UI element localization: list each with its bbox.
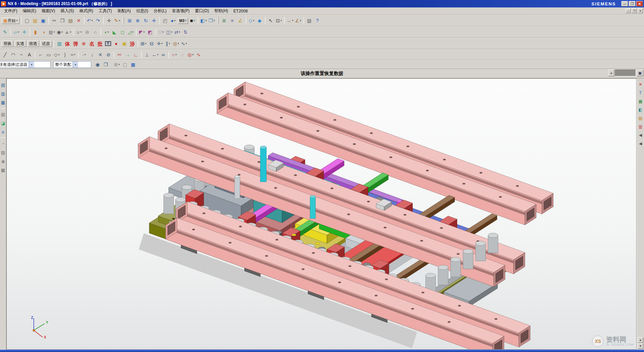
visible-layers-button[interactable]: ≡ (229, 17, 236, 24)
start-menu-button[interactable]: ▦开始▾ (1, 18, 20, 24)
ellipse-button[interactable]: ◌ (179, 51, 186, 58)
block-button[interactable]: ▦▾ (48, 28, 55, 36)
new-file-button[interactable]: ▢ (23, 17, 31, 24)
part-navigator-tab[interactable]: ▦ (0, 99, 6, 106)
vertical-scrollbar[interactable]: ▲ ▼ (638, 337, 643, 349)
dropdown-arrow-icon[interactable]: ▾ (213, 19, 215, 22)
class-selection-button[interactable]: ⊡▾ (275, 17, 283, 24)
render-scene-button[interactable]: ▨ (638, 115, 644, 121)
trim-body-button[interactable]: ◤▾ (138, 28, 146, 36)
face-translucency-button[interactable]: 面透 (27, 41, 39, 47)
unite-button[interactable]: ∪▾ (75, 28, 83, 36)
dropdown-arrow-icon[interactable]: ▾ (119, 19, 120, 22)
clearance-analysis-button[interactable]: ◎▾ (172, 40, 180, 47)
dropdown-arrow-icon[interactable]: ▾ (169, 42, 170, 45)
dropdown-arrow-icon[interactable]: ▾ (175, 53, 177, 56)
toolbar-grip[interactable] (217, 17, 218, 24)
open-file-button[interactable]: ▨ (31, 17, 39, 24)
polygon-button[interactable]: ◇▾ (53, 51, 60, 58)
dropdown-arrow-icon[interactable]: ▾ (300, 19, 301, 22)
hole-button[interactable]: ◉▾ (56, 28, 63, 36)
circle-button[interactable]: ○▾ (171, 51, 178, 58)
measure-angle-button[interactable]: ∠▾ (294, 17, 302, 24)
shell-button[interactable]: ◻ (119, 28, 126, 36)
assembly-sequence-button[interactable]: ⊟ (148, 40, 155, 47)
auto-dimension-button[interactable]: ↔▾ (151, 51, 159, 58)
quick-trim-button[interactable]: ✂ (116, 51, 123, 58)
graphics-viewport[interactable]: Z Y X XS 资料网 ZL.XS1616.COM (6, 78, 637, 350)
body-toggle-button[interactable]: 体 (64, 40, 71, 47)
scroll-up-button[interactable]: ▲ (638, 337, 643, 343)
help-button[interactable]: ? (314, 17, 321, 24)
dropdown-arrow-icon[interactable]: ▾ (144, 31, 145, 33)
menu-insert[interactable]: 插入(S) (58, 7, 77, 15)
sketch-button[interactable]: ✎ (1, 28, 9, 36)
dropdown-arrow-icon[interactable]: ▾ (185, 19, 186, 22)
wcs-dynamics-button[interactable]: ∠ (237, 17, 244, 24)
object-info-button[interactable]: ▧ (306, 17, 313, 24)
menu-information[interactable]: 信息(I) (133, 7, 151, 15)
datum-plane-button[interactable]: ▱▾ (12, 28, 20, 36)
taskbar-sliver[interactable] (0, 350, 644, 352)
undo-button[interactable]: ↶▾ (86, 17, 94, 24)
target-point-button[interactable]: ⊕ (80, 40, 87, 47)
line-button[interactable]: ╱ (1, 51, 9, 58)
highlight-toggle-button[interactable]: ▦ (129, 61, 137, 68)
pan-view-button[interactable]: ✛ (150, 17, 158, 24)
dropdown-arrow-icon[interactable]: ▾ (18, 31, 19, 33)
subtract-button[interactable]: ⊖ (83, 28, 91, 36)
window-layout-button[interactable]: ❒▾ (208, 17, 215, 24)
doc-minimize-button[interactable]: — (625, 8, 631, 13)
point-dialog-button[interactable]: ◆ (256, 17, 263, 24)
spring-toggle-button[interactable]: 弹 (72, 40, 79, 47)
spline-button[interactable]: ~ (18, 51, 25, 58)
mirror-feature-button[interactable]: ◫▾ (165, 28, 173, 36)
dropdown-arrow-icon[interactable]: ▾ (194, 19, 195, 22)
selection-box-button[interactable]: ▢ (121, 61, 129, 68)
orient-view-button[interactable]: ◧▾ (200, 17, 207, 24)
menu-help[interactable]: 帮助(H) (212, 7, 231, 15)
title-bar[interactable]: ◆ NX 6 - Modeling - [M100163 2011-01-09.… (0, 0, 644, 7)
dropdown-arrow-icon[interactable]: ▾ (192, 53, 194, 56)
status-window-button[interactable]: ▣ (637, 70, 643, 76)
dropdown-arrow-icon[interactable]: ▾ (132, 31, 134, 33)
dropdown-arrow-icon[interactable]: ▾ (178, 42, 179, 45)
dropdown-arrow-icon[interactable]: ▾ (171, 31, 173, 33)
scroll-down-button[interactable]: ▼ (638, 343, 643, 349)
datum-csys-button[interactable]: ✛ (21, 28, 28, 36)
dropdown-arrow-icon[interactable]: ▾ (92, 19, 93, 22)
interference-check-button[interactable]: 涉 (129, 40, 136, 47)
fit-view-button[interactable]: ⊞ (126, 17, 133, 24)
cut-button[interactable]: ✂ (51, 17, 58, 24)
doc-restore-button[interactable]: ❐ (632, 8, 637, 13)
assembly-navigator-tab[interactable]: ▤ (0, 81, 6, 88)
menu-window[interactable]: 窗口(O) (192, 7, 211, 15)
geometric-constraints-button[interactable]: ⊥ (143, 51, 151, 58)
doc-close-button[interactable]: ✕ (638, 8, 643, 13)
dropdown-arrow-icon[interactable]: ▾ (80, 31, 82, 33)
studio-spline-button[interactable]: ∿ (195, 51, 202, 58)
maximize-button[interactable]: ❐ (629, 1, 636, 6)
collapse-panel-button-2[interactable]: ◀ (638, 140, 644, 147)
materials-tab[interactable]: ▨ (0, 149, 6, 156)
dropdown-arrow-icon[interactable]: ▾ (253, 19, 254, 22)
menu-format[interactable]: 格式(R) (77, 7, 96, 15)
viewport-3d-model[interactable] (7, 79, 637, 350)
assembly-constraints-button[interactable]: ∥▾ (164, 40, 172, 47)
point-button[interactable]: ∙▾ (80, 51, 88, 58)
copy-button[interactable]: ❐ (59, 17, 66, 24)
reference-set-button[interactable]: R (104, 40, 112, 47)
menu-tools[interactable]: 工具(T) (96, 7, 114, 15)
move-component-button[interactable]: ✛▾ (156, 40, 163, 47)
chevron-down-icon[interactable]: ▾ (73, 61, 78, 68)
snap-point-button[interactable]: ◇▾ (248, 17, 255, 24)
intersect-button[interactable]: ∩ (92, 28, 99, 36)
offset-curve-button[interactable]: ≈▾ (69, 51, 77, 58)
menu-preferences[interactable]: 首选项(P) (169, 7, 192, 15)
dropdown-arrow-icon[interactable]: ▾ (292, 19, 293, 22)
selection-mode-button[interactable]: ✛ (105, 17, 113, 24)
revolve-button[interactable]: ◑ (40, 28, 47, 36)
close-button[interactable]: ✕ (636, 1, 643, 6)
dropdown-arrow-icon[interactable]: ▾ (61, 31, 63, 33)
replace-button[interactable]: 替换 (1, 41, 14, 47)
